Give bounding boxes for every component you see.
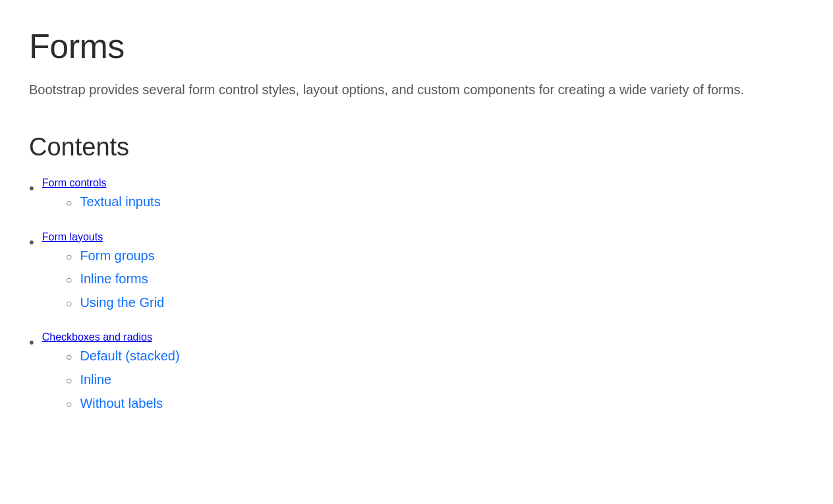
bullet-icon: • [29,179,34,199]
page-title: Forms [29,26,804,66]
contents-sub-item: ○Default (stacked) [66,349,180,366]
bullet-icon: • [29,233,34,253]
bullet-icon: • [29,333,34,353]
contents-sub-link[interactable]: Form groups [80,248,154,264]
sub-bullet-icon: ○ [66,248,72,266]
contents-sub-item: ○Without labels [66,396,180,413]
contents-top-level-item: •Form controls○Textual inputs [29,177,804,223]
contents-top-level-item: •Form layouts○Form groups○Inline forms○U… [29,231,804,324]
sub-bullet-icon: ○ [66,349,72,366]
contents-sub-list: ○Default (stacked)○Inline○Without labels [66,349,180,419]
contents-top-level-link[interactable]: Checkboxes and radios [42,331,180,343]
page-description: Bootstrap provides several form control … [29,79,804,100]
contents-sub-link[interactable]: Without labels [80,396,163,411]
contents-sub-list: ○Form groups○Inline forms○Using the Grid [66,248,165,319]
contents-sub-link[interactable]: Using the Grid [80,295,164,310]
sub-bullet-icon: ○ [66,271,72,289]
contents-sub-link[interactable]: Default (stacked) [80,349,179,364]
contents-sub-item: ○Inline forms [66,271,165,289]
sub-bullet-icon: ○ [66,295,72,312]
contents-sub-link[interactable]: Textual inputs [80,194,160,210]
contents-sub-item: ○Using the Grid [66,295,165,312]
contents-top-level-item: •Checkboxes and radios○Default (stacked)… [29,331,804,424]
contents-sub-item: ○Inline [66,372,180,389]
contents-sub-item: ○Form groups [66,248,165,266]
contents-sub-list: ○Textual inputs [66,194,161,218]
contents-sub-item: ○Textual inputs [66,194,161,211]
sub-bullet-icon: ○ [66,396,72,413]
contents-top-level-link[interactable]: Form controls [42,177,161,189]
contents-sub-link[interactable]: Inline [80,372,111,387]
contents-heading: Contents [29,133,804,161]
contents-list: •Form controls○Textual inputs•Form layou… [29,177,804,424]
sub-bullet-icon: ○ [66,194,72,211]
contents-top-level-link[interactable]: Form layouts [42,231,165,243]
sub-bullet-icon: ○ [66,372,72,389]
contents-sub-link[interactable]: Inline forms [80,271,148,287]
